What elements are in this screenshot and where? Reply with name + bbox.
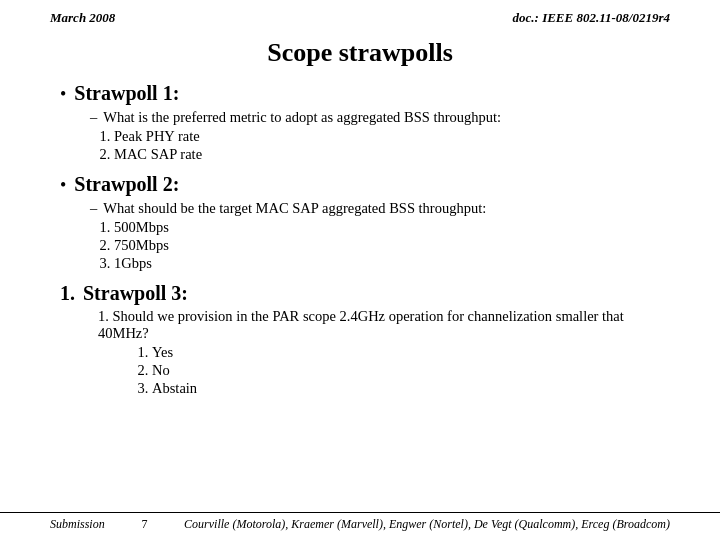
bullet2: • — [60, 176, 66, 194]
strawpoll2-section: • Strawpoll 2: – What should be the targ… — [60, 173, 660, 272]
strawpoll2-dash: – What should be the target MAC SAP aggr… — [90, 200, 660, 217]
page-title: Scope strawpolls — [50, 38, 670, 68]
list-item: 1Gbps — [114, 255, 660, 272]
strawpoll1-header: • Strawpoll 1: — [60, 82, 660, 105]
strawpoll3-sub-num: 1. — [98, 308, 109, 324]
strawpoll1-list: Peak PHY rate MAC SAP rate — [114, 128, 660, 163]
strawpoll3-header: 1. Strawpoll 3: — [60, 282, 660, 305]
content: • Strawpoll 1: – What is the preferred m… — [50, 82, 670, 397]
header-doc: doc.: IEEE 802.11-08/0219r4 — [513, 10, 670, 26]
strawpoll3-sub-text: Should we provision in the PAR scope 2.4… — [98, 308, 624, 341]
strawpoll2-title: Strawpoll 2: — [74, 173, 179, 196]
strawpoll1-title: Strawpoll 1: — [74, 82, 179, 105]
list-item: 500Mbps — [114, 219, 660, 236]
list-item: Yes — [152, 344, 660, 361]
list-item: Abstain — [152, 380, 660, 397]
strawpoll3-list: Yes No Abstain — [152, 344, 660, 397]
strawpoll3-sub: 1. Should we provision in the PAR scope … — [98, 308, 660, 342]
header-date: March 2008 — [50, 10, 115, 26]
strawpoll3-body: 1. Should we provision in the PAR scope … — [98, 308, 660, 397]
footer: Submission 7 Courville (Motorola), Kraem… — [0, 512, 720, 532]
strawpoll1-section: • Strawpoll 1: – What is the preferred m… — [60, 82, 660, 163]
strawpoll3-title: Strawpoll 3: — [83, 282, 188, 305]
strawpoll2-dash-text: What should be the target MAC SAP aggreg… — [103, 200, 486, 217]
strawpoll1-dash-text: What is the preferred metric to adopt as… — [103, 109, 501, 126]
list-item: No — [152, 362, 660, 379]
dash1: – — [90, 109, 97, 126]
dash2: – — [90, 200, 97, 217]
strawpoll2-list: 500Mbps 750Mbps 1Gbps — [114, 219, 660, 272]
list-item: Peak PHY rate — [114, 128, 660, 145]
list-item: 750Mbps — [114, 237, 660, 254]
strawpoll2-header: • Strawpoll 2: — [60, 173, 660, 196]
footer-authors: Courville (Motorola), Kraemer (Marvell),… — [184, 517, 670, 532]
header: March 2008 doc.: IEEE 802.11-08/0219r4 — [50, 0, 670, 30]
footer-page: 7 — [141, 517, 147, 532]
strawpoll3-section: 1. Strawpoll 3: 1. Should we provision i… — [60, 282, 660, 397]
strawpoll1-dash: – What is the preferred metric to adopt … — [90, 109, 660, 126]
list-item: MAC SAP rate — [114, 146, 660, 163]
page: March 2008 doc.: IEEE 802.11-08/0219r4 S… — [0, 0, 720, 540]
strawpoll3-num: 1. — [60, 282, 75, 305]
footer-submission: Submission — [50, 517, 105, 532]
bullet1: • — [60, 85, 66, 103]
